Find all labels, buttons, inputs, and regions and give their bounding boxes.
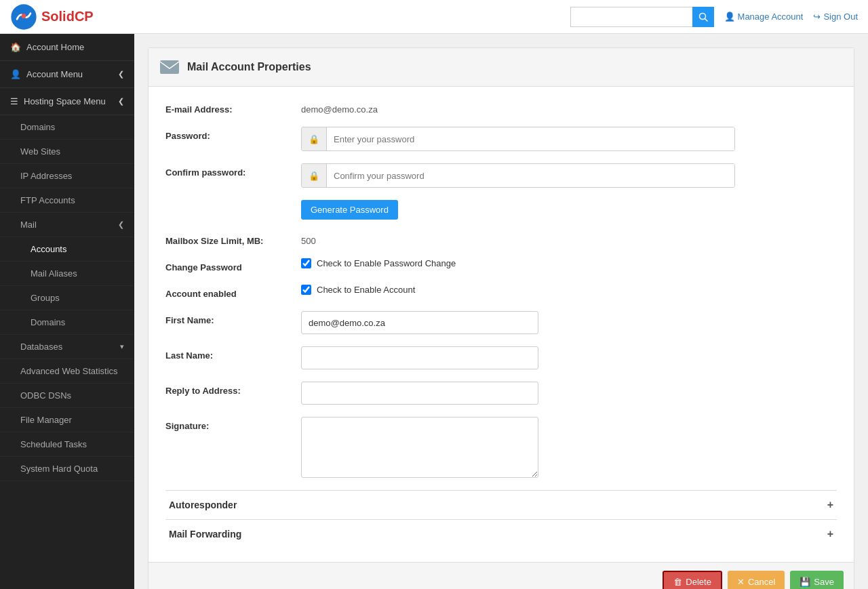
account-enabled-label: Account enabled — [165, 285, 301, 299]
first-name-row: First Name: — [165, 311, 837, 334]
change-password-row: Change Password Check to Enable Password… — [165, 258, 837, 272]
sidebar-item-accounts[interactable]: Accounts — [0, 237, 134, 262]
password-row: Password: 🔒 — [165, 127, 837, 151]
generate-password-button[interactable]: Generate Password — [301, 200, 398, 220]
navbar: SolidCP 👤 Manage Account ↪ Sign Out — [0, 0, 868, 34]
password-input-group: 🔒 — [301, 127, 735, 151]
sign-out-link[interactable]: ↪ Sign Out — [813, 12, 858, 22]
autoresponder-header[interactable]: Autoresponder + — [165, 499, 837, 511]
content-area: Mail Account Properties E-mail Address: … — [134, 34, 868, 589]
change-password-checkbox-label: Check to Enable Password Change — [317, 258, 456, 268]
sidebar-item-ip-addresses[interactable]: IP Addresses — [0, 164, 134, 188]
main-layout: 🏠 Account Home 👤 Account Menu ❮ ☰ Hostin… — [0, 34, 868, 589]
user-icon: 👤 — [10, 69, 21, 79]
mailbox-size-value: 500 — [301, 232, 837, 246]
signature-row: Signature: — [165, 417, 837, 478]
times-icon: ✕ — [737, 577, 745, 587]
last-name-row: Last Name: — [165, 346, 837, 369]
navbar-right: 👤 Manage Account ↪ Sign Out — [570, 7, 858, 27]
email-row: E-mail Address: demo@demo.co.za — [165, 100, 837, 115]
chevron-left-icon: ❮ — [118, 220, 124, 229]
main-card: Mail Account Properties E-mail Address: … — [148, 47, 854, 589]
sidebar-item-system-hard-quota[interactable]: System Hard Quota — [0, 457, 134, 481]
sidebar-item-mail-aliases[interactable]: Mail Aliases — [0, 262, 134, 286]
first-name-label: First Name: — [165, 311, 301, 325]
mailbox-size-label: Mailbox Size Limit, MB: — [165, 232, 301, 246]
account-enabled-checkbox-label: Check to Enable Account — [317, 285, 415, 295]
signature-textarea[interactable] — [301, 417, 538, 478]
list-icon: ☰ — [10, 96, 18, 106]
sidebar-item-scheduled-tasks[interactable]: Scheduled Tasks — [0, 432, 134, 457]
sidebar-item-odbc-dsns[interactable]: ODBC DSNs — [0, 384, 134, 408]
sidebar-item-ftp-accounts[interactable]: FTP Accounts — [0, 188, 134, 213]
sidebar-item-mail-domains[interactable]: Domains — [0, 310, 134, 335]
confirm-password-input-group: 🔒 — [301, 163, 735, 188]
sidebar-item-advanced-web-statistics[interactable]: Advanced Web Statistics — [0, 359, 134, 384]
account-enabled-row: Account enabled Check to Enable Account — [165, 285, 837, 299]
sidebar-item-mail[interactable]: Mail ❮ — [0, 213, 134, 237]
confirm-password-label: Confirm password: — [165, 163, 301, 178]
sidebar: 🏠 Account Home 👤 Account Menu ❮ ☰ Hostin… — [0, 34, 134, 589]
mail-forwarding-header[interactable]: Mail Forwarding + — [165, 528, 837, 540]
email-label: E-mail Address: — [165, 100, 301, 115]
manage-account-link[interactable]: 👤 Manage Account — [724, 12, 804, 22]
search-box — [570, 7, 714, 27]
home-icon: 🏠 — [10, 42, 21, 52]
mailbox-size-row: Mailbox Size Limit, MB: 500 — [165, 232, 837, 246]
signature-label: Signature: — [165, 417, 301, 431]
chevron-down-icon: ▾ — [120, 342, 124, 351]
card-footer: 🗑 Delete ✕ Cancel 💾 Save — [149, 562, 854, 589]
svg-rect-4 — [160, 60, 179, 74]
logo-text: SolidCP — [41, 9, 94, 24]
page-title: Mail Account Properties — [187, 61, 311, 73]
sidebar-item-account-menu[interactable]: 👤 Account Menu ❮ — [0, 61, 134, 88]
reply-to-row: Reply to Address: — [165, 382, 837, 405]
password-input[interactable] — [327, 127, 734, 150]
account-enabled-checkbox-row: Check to Enable Account — [301, 285, 415, 295]
first-name-input[interactable] — [301, 311, 538, 334]
sidebar-item-databases[interactable]: Databases ▾ — [0, 335, 134, 359]
mail-forwarding-label: Mail Forwarding — [169, 529, 241, 540]
change-password-label: Change Password — [165, 258, 301, 272]
password-label: Password: — [165, 127, 301, 141]
sidebar-item-account-home[interactable]: 🏠 Account Home — [0, 34, 134, 61]
chevron-left-icon: ❮ — [118, 70, 124, 79]
chevron-left-icon: ❮ — [118, 97, 124, 106]
search-input[interactable] — [570, 7, 692, 27]
sidebar-item-file-manager[interactable]: File Manager — [0, 408, 134, 432]
email-value: demo@demo.co.za — [301, 100, 837, 115]
reply-to-label: Reply to Address: — [165, 382, 301, 396]
sidebar-item-web-sites[interactable]: Web Sites — [0, 140, 134, 164]
card-header: Mail Account Properties — [149, 48, 854, 87]
account-enabled-checkbox[interactable] — [301, 285, 311, 295]
cancel-button[interactable]: ✕ Cancel — [728, 571, 785, 589]
change-password-checkbox-row: Check to Enable Password Change — [301, 258, 456, 268]
change-password-checkbox[interactable] — [301, 258, 311, 268]
logo: SolidCP — [10, 3, 94, 31]
trash-icon: 🗑 — [673, 577, 682, 587]
autoresponder-section: Autoresponder + — [165, 490, 837, 519]
delete-button[interactable]: 🗑 Delete — [663, 571, 722, 589]
last-name-label: Last Name: — [165, 346, 301, 361]
svg-line-3 — [705, 18, 707, 21]
plus-icon-2: + — [827, 528, 833, 540]
signout-icon: ↪ — [813, 12, 821, 22]
sidebar-item-domains[interactable]: Domains — [0, 115, 134, 140]
last-name-input[interactable] — [301, 346, 538, 369]
svg-point-1 — [22, 14, 26, 18]
user-icon: 👤 — [724, 12, 735, 22]
save-button[interactable]: 💾 Save — [790, 571, 844, 589]
reply-to-input[interactable] — [301, 382, 538, 405]
sidebar-item-groups[interactable]: Groups — [0, 286, 134, 310]
generate-password-row: Generate Password — [165, 200, 837, 220]
mail-forwarding-section: Mail Forwarding + — [165, 519, 837, 548]
sidebar-item-hosting-space-menu[interactable]: ☰ Hosting Space Menu ❮ — [0, 88, 134, 115]
card-body: E-mail Address: demo@demo.co.za Password… — [149, 87, 854, 562]
save-icon: 💾 — [800, 577, 810, 587]
autoresponder-label: Autoresponder — [169, 500, 237, 510]
confirm-password-input[interactable] — [327, 164, 734, 187]
plus-icon: + — [827, 499, 833, 511]
confirm-password-row: Confirm password: 🔒 — [165, 163, 837, 188]
search-button[interactable] — [692, 7, 714, 27]
lock-icon: 🔒 — [302, 127, 327, 150]
